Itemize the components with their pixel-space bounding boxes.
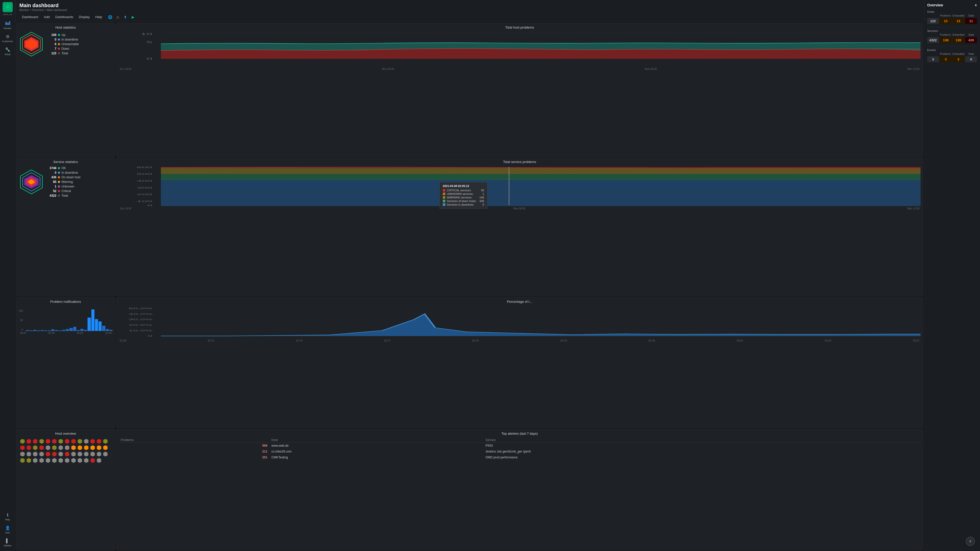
host-hex-cell[interactable] [64, 445, 70, 451]
upload-icon[interactable]: ⬆ [123, 14, 128, 20]
host-hex-cell[interactable] [32, 445, 38, 451]
sidebar-item-setup[interactable]: 🔧 Setup [0, 44, 15, 58]
service-stat-unknown[interactable]: 1 Unknown [48, 184, 80, 189]
host-hex-cell[interactable] [90, 457, 95, 463]
alert-service-0[interactable]: PING [484, 443, 921, 448]
host-hex-cell[interactable] [45, 445, 51, 451]
host-hex-cell[interactable] [71, 438, 76, 444]
alert-host-2[interactable]: CMKTesting [269, 454, 484, 460]
nav-dashboards[interactable]: Dashboards [53, 14, 76, 20]
globe-icon[interactable]: 🌐 [107, 14, 113, 20]
alert-service-1[interactable]: Jenkins Job gerrit/cmk_ger /gerrit [484, 448, 921, 454]
host-hex-cell[interactable] [83, 457, 89, 463]
table-row[interactable]: 566 www.web.de PING [119, 443, 921, 448]
host-hex-cell[interactable] [39, 457, 45, 463]
host-hex-cell[interactable] [71, 445, 76, 451]
host-hex-cell[interactable] [90, 438, 95, 444]
service-stat-warning[interactable]: 85 Warning [48, 179, 80, 184]
host-hex-cell[interactable] [90, 451, 95, 457]
host-hex-cell[interactable] [71, 451, 76, 457]
host-hex-cell[interactable] [26, 457, 32, 463]
host-hex-cell[interactable] [103, 438, 108, 444]
sidebar-item-help[interactable]: ℹ Help [0, 510, 15, 523]
nav-display[interactable]: Display [76, 14, 92, 20]
alert-host-1[interactable]: cn.tribe29.com [269, 448, 484, 454]
host-hex-cell[interactable] [64, 451, 70, 457]
host-hex-cell[interactable] [96, 457, 102, 463]
service-stat-critical[interactable]: 52 Critical [48, 189, 80, 193]
host-hex-cell[interactable] [45, 438, 51, 444]
ov-svc-count[interactable]: 4322 [927, 37, 939, 43]
ov-hosts-problems[interactable]: 13 [940, 18, 952, 24]
host-hex-cell[interactable] [45, 451, 51, 457]
play-icon[interactable]: ▶ [130, 14, 136, 20]
host-hex-cell[interactable] [90, 445, 95, 451]
host-stat-down[interactable]: 7 Down [48, 46, 79, 51]
host-hex-cell[interactable] [39, 445, 45, 451]
table-row[interactable]: 251 CMKTesting OMD prod performance [119, 454, 921, 460]
add-dashboard-button[interactable]: + [966, 537, 975, 546]
host-hex-cell[interactable] [64, 438, 70, 444]
alert-service-2[interactable]: OMD prod performance [484, 454, 921, 460]
sidebar-item-monitor[interactable]: Monitor [0, 19, 15, 32]
host-hex-cell[interactable] [52, 445, 57, 451]
host-hex-cell[interactable] [32, 438, 38, 444]
host-hex-cell[interactable] [32, 457, 38, 463]
ov-svc-problems[interactable]: 138 [940, 37, 952, 43]
sidebar-item-customize[interactable]: ⚙ Customize [0, 32, 15, 44]
alert-host-0[interactable]: www.web.de [269, 443, 484, 448]
host-hex-cell[interactable] [39, 451, 45, 457]
nav-add[interactable]: Add [41, 14, 52, 20]
host-hex-cell[interactable] [52, 438, 57, 444]
host-hex-cell[interactable] [77, 451, 83, 457]
ov-svc-stale[interactable]: 429 [965, 37, 977, 43]
host-hex-cell[interactable] [58, 451, 64, 457]
host-hex-cell[interactable] [45, 457, 51, 463]
host-stat-up[interactable]: 109 Up [48, 33, 79, 37]
nav-dashboard[interactable]: Dashboard [19, 14, 41, 20]
ov-hosts-unhandled[interactable]: 13 [953, 18, 964, 24]
host-hex-cell[interactable] [32, 451, 38, 457]
host-hex-cell[interactable] [77, 445, 83, 451]
host-overview-grid[interactable] [19, 437, 113, 464]
host-hex-cell[interactable] [83, 445, 89, 451]
host-hex-cell[interactable] [26, 451, 32, 457]
host-hex-cell[interactable] [52, 457, 57, 463]
service-stat-downhost[interactable]: 436 On down host [48, 175, 80, 179]
host-hex-cell[interactable] [71, 457, 76, 463]
host-stat-downtime[interactable]: 0 In downtime [48, 37, 79, 42]
table-row[interactable]: 211 cn.tribe29.com Jenkins Job gerrit/cm… [119, 448, 921, 454]
alert-icon[interactable]: ⚠ [115, 14, 121, 20]
app-logo[interactable] [3, 2, 13, 12]
host-hex-cell[interactable] [103, 451, 108, 457]
sidebar-item-user[interactable]: 👤 User [0, 523, 15, 536]
nav-help[interactable]: Help [93, 14, 105, 20]
host-hex-cell[interactable] [20, 451, 25, 457]
service-stat-downtime[interactable]: 0 In downtime [48, 170, 80, 175]
host-hex-cell[interactable] [83, 438, 89, 444]
host-stat-unreachable[interactable]: 6 Unreachable [48, 42, 79, 46]
host-hex-cell[interactable] [96, 445, 102, 451]
host-hex-cell[interactable] [83, 451, 89, 457]
host-hex-cell[interactable] [103, 445, 108, 451]
host-hex-cell[interactable] [77, 438, 83, 444]
ov-ev-count[interactable]: 3 [927, 56, 939, 62]
host-hex-cell[interactable] [26, 445, 32, 451]
ov-hosts-stale[interactable]: 11 [965, 18, 977, 24]
ov-ev-problems[interactable]: 3 [940, 56, 952, 62]
host-hex-cell[interactable] [96, 438, 102, 444]
host-hex-cell[interactable] [20, 457, 25, 463]
host-hex-cell[interactable] [58, 445, 64, 451]
host-hex-cell[interactable] [52, 451, 57, 457]
ov-ev-unhandled[interactable]: 3 [953, 56, 964, 62]
host-hex-cell[interactable] [64, 457, 70, 463]
host-hex-cell[interactable] [58, 457, 64, 463]
host-hex-cell[interactable] [39, 438, 45, 444]
ov-hosts-count[interactable]: 122 [927, 18, 939, 24]
overview-collapse-icon[interactable]: ∧ [975, 3, 977, 7]
host-hex-cell[interactable] [20, 438, 25, 444]
host-hex-cell[interactable] [26, 438, 32, 444]
host-hex-cell[interactable] [96, 451, 102, 457]
host-hex-cell[interactable] [77, 457, 83, 463]
host-hex-cell[interactable] [20, 445, 25, 451]
